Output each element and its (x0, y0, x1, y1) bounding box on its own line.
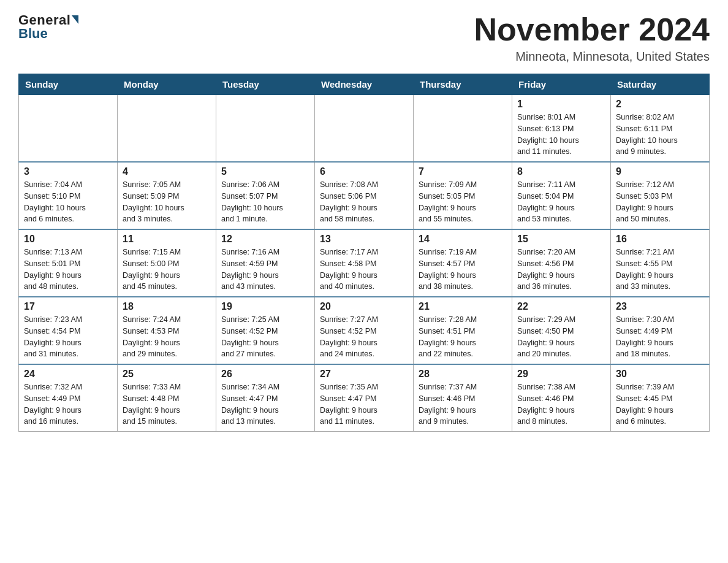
day-info: Sunrise: 8:02 AM Sunset: 6:11 PM Dayligh… (616, 112, 704, 158)
day-number: 30 (616, 369, 704, 380)
calendar-cell: 23Sunrise: 7:30 AM Sunset: 4:49 PM Dayli… (611, 297, 710, 364)
day-info: Sunrise: 7:13 AM Sunset: 5:01 PM Dayligh… (24, 247, 112, 293)
day-info: Sunrise: 7:15 AM Sunset: 5:00 PM Dayligh… (123, 247, 211, 293)
day-info: Sunrise: 7:12 AM Sunset: 5:03 PM Dayligh… (616, 179, 704, 225)
calendar-cell (19, 95, 118, 163)
day-info: Sunrise: 7:35 AM Sunset: 4:47 PM Dayligh… (320, 381, 408, 427)
day-info: Sunrise: 7:04 AM Sunset: 5:10 PM Dayligh… (24, 179, 112, 225)
day-info: Sunrise: 7:30 AM Sunset: 4:49 PM Dayligh… (616, 314, 704, 360)
calendar-week-row: 1Sunrise: 8:01 AM Sunset: 6:13 PM Daylig… (19, 95, 710, 163)
calendar-cell: 2Sunrise: 8:02 AM Sunset: 6:11 PM Daylig… (611, 95, 710, 163)
calendar-cell (118, 95, 216, 163)
day-number: 2 (616, 99, 704, 110)
calendar-cell (216, 95, 315, 163)
calendar-cell: 16Sunrise: 7:21 AM Sunset: 4:55 PM Dayli… (611, 229, 710, 297)
day-number: 22 (517, 301, 605, 312)
day-info: Sunrise: 7:34 AM Sunset: 4:47 PM Dayligh… (221, 381, 309, 427)
calendar-cell: 7Sunrise: 7:09 AM Sunset: 5:05 PM Daylig… (414, 162, 512, 229)
day-number: 1 (517, 99, 605, 110)
day-info: Sunrise: 7:25 AM Sunset: 4:52 PM Dayligh… (221, 314, 309, 360)
day-number: 26 (221, 369, 309, 380)
day-info: Sunrise: 7:16 AM Sunset: 4:59 PM Dayligh… (221, 247, 309, 293)
calendar-cell: 24Sunrise: 7:32 AM Sunset: 4:49 PM Dayli… (19, 364, 118, 432)
calendar-cell: 6Sunrise: 7:08 AM Sunset: 5:06 PM Daylig… (315, 162, 414, 229)
calendar-cell: 19Sunrise: 7:25 AM Sunset: 4:52 PM Dayli… (216, 297, 315, 364)
calendar-cell: 25Sunrise: 7:33 AM Sunset: 4:48 PM Dayli… (118, 364, 216, 432)
calendar-cell: 10Sunrise: 7:13 AM Sunset: 5:01 PM Dayli… (19, 229, 118, 297)
day-of-week-header: Thursday (414, 74, 512, 95)
calendar-cell: 1Sunrise: 8:01 AM Sunset: 6:13 PM Daylig… (512, 95, 611, 163)
day-number: 10 (24, 234, 112, 245)
calendar-header-row: SundayMondayTuesdayWednesdayThursdayFrid… (19, 74, 710, 95)
day-number: 28 (419, 369, 507, 380)
calendar-week-row: 17Sunrise: 7:23 AM Sunset: 4:54 PM Dayli… (19, 297, 710, 364)
day-number: 20 (320, 301, 408, 312)
day-of-week-header: Monday (118, 74, 216, 95)
calendar-week-row: 10Sunrise: 7:13 AM Sunset: 5:01 PM Dayli… (19, 229, 710, 297)
calendar-cell: 18Sunrise: 7:24 AM Sunset: 4:53 PM Dayli… (118, 297, 216, 364)
page-header: General Blue November 2024 Minneota, Min… (18, 12, 710, 64)
calendar-table: SundayMondayTuesdayWednesdayThursdayFrid… (18, 74, 710, 432)
calendar-week-row: 24Sunrise: 7:32 AM Sunset: 4:49 PM Dayli… (19, 364, 710, 432)
day-info: Sunrise: 7:32 AM Sunset: 4:49 PM Dayligh… (24, 381, 112, 427)
day-number: 14 (419, 234, 507, 245)
logo: General Blue (18, 12, 78, 42)
calendar-cell: 21Sunrise: 7:28 AM Sunset: 4:51 PM Dayli… (414, 297, 512, 364)
day-number: 25 (123, 369, 211, 380)
calendar-cell: 3Sunrise: 7:04 AM Sunset: 5:10 PM Daylig… (19, 162, 118, 229)
day-info: Sunrise: 7:19 AM Sunset: 4:57 PM Dayligh… (419, 247, 507, 293)
day-info: Sunrise: 7:17 AM Sunset: 4:58 PM Dayligh… (320, 247, 408, 293)
day-number: 4 (123, 166, 211, 177)
day-number: 11 (123, 234, 211, 245)
day-of-week-header: Friday (512, 74, 611, 95)
day-number: 18 (123, 301, 211, 312)
day-info: Sunrise: 7:27 AM Sunset: 4:52 PM Dayligh… (320, 314, 408, 360)
day-info: Sunrise: 7:08 AM Sunset: 5:06 PM Dayligh… (320, 179, 408, 225)
calendar-cell: 26Sunrise: 7:34 AM Sunset: 4:47 PM Dayli… (216, 364, 315, 432)
day-number: 24 (24, 369, 112, 380)
logo-bottom: Blue (18, 26, 48, 42)
calendar-cell: 28Sunrise: 7:37 AM Sunset: 4:46 PM Dayli… (414, 364, 512, 432)
calendar-cell: 8Sunrise: 7:11 AM Sunset: 5:04 PM Daylig… (512, 162, 611, 229)
day-number: 7 (419, 166, 507, 177)
day-number: 13 (320, 234, 408, 245)
calendar-cell: 4Sunrise: 7:05 AM Sunset: 5:09 PM Daylig… (118, 162, 216, 229)
day-number: 6 (320, 166, 408, 177)
calendar-cell (315, 95, 414, 163)
location-title: Minneota, Minnesota, United States (474, 50, 710, 64)
day-number: 15 (517, 234, 605, 245)
day-info: Sunrise: 7:37 AM Sunset: 4:46 PM Dayligh… (419, 381, 507, 427)
day-info: Sunrise: 7:28 AM Sunset: 4:51 PM Dayligh… (419, 314, 507, 360)
day-info: Sunrise: 7:06 AM Sunset: 5:07 PM Dayligh… (221, 179, 309, 225)
day-info: Sunrise: 7:39 AM Sunset: 4:45 PM Dayligh… (616, 381, 704, 427)
calendar-cell: 13Sunrise: 7:17 AM Sunset: 4:58 PM Dayli… (315, 229, 414, 297)
day-number: 3 (24, 166, 112, 177)
day-info: Sunrise: 8:01 AM Sunset: 6:13 PM Dayligh… (517, 112, 605, 158)
day-info: Sunrise: 7:21 AM Sunset: 4:55 PM Dayligh… (616, 247, 704, 293)
day-number: 8 (517, 166, 605, 177)
calendar-cell: 12Sunrise: 7:16 AM Sunset: 4:59 PM Dayli… (216, 229, 315, 297)
day-of-week-header: Tuesday (216, 74, 315, 95)
logo-arrow-icon (72, 15, 78, 24)
day-number: 21 (419, 301, 507, 312)
day-info: Sunrise: 7:24 AM Sunset: 4:53 PM Dayligh… (123, 314, 211, 360)
calendar-cell: 5Sunrise: 7:06 AM Sunset: 5:07 PM Daylig… (216, 162, 315, 229)
day-of-week-header: Wednesday (315, 74, 414, 95)
calendar-cell: 14Sunrise: 7:19 AM Sunset: 4:57 PM Dayli… (414, 229, 512, 297)
day-number: 12 (221, 234, 309, 245)
day-number: 23 (616, 301, 704, 312)
calendar-cell: 15Sunrise: 7:20 AM Sunset: 4:56 PM Dayli… (512, 229, 611, 297)
day-info: Sunrise: 7:29 AM Sunset: 4:50 PM Dayligh… (517, 314, 605, 360)
calendar-cell: 9Sunrise: 7:12 AM Sunset: 5:03 PM Daylig… (611, 162, 710, 229)
day-number: 27 (320, 369, 408, 380)
day-number: 9 (616, 166, 704, 177)
calendar-cell (414, 95, 512, 163)
day-info: Sunrise: 7:09 AM Sunset: 5:05 PM Dayligh… (419, 179, 507, 225)
day-number: 17 (24, 301, 112, 312)
day-number: 29 (517, 369, 605, 380)
calendar-cell: 11Sunrise: 7:15 AM Sunset: 5:00 PM Dayli… (118, 229, 216, 297)
calendar-cell: 29Sunrise: 7:38 AM Sunset: 4:46 PM Dayli… (512, 364, 611, 432)
day-of-week-header: Sunday (19, 74, 118, 95)
calendar-cell: 17Sunrise: 7:23 AM Sunset: 4:54 PM Dayli… (19, 297, 118, 364)
day-of-week-header: Saturday (611, 74, 710, 95)
